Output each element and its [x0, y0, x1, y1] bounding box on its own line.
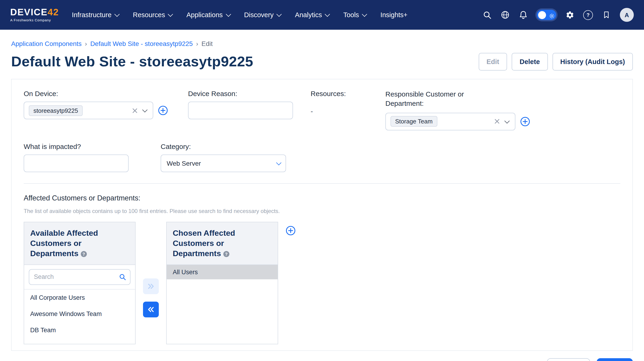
- history-audit-logs-button[interactable]: History (Audit Logs): [552, 53, 633, 70]
- toggle-knob: [538, 11, 546, 19]
- responsible-tag[interactable]: Storage Team: [390, 116, 437, 127]
- device-reason-field: Device Reason:: [188, 89, 310, 130]
- clear-icon[interactable]: [494, 119, 500, 124]
- form-row-1: On Device: storeeasytp9225 Device Rea: [24, 89, 620, 130]
- nav-tools[interactable]: Tools: [343, 11, 366, 18]
- move-left-button[interactable]: [143, 301, 159, 317]
- avatar[interactable]: A: [620, 8, 634, 22]
- theme-toggle[interactable]: [537, 10, 556, 20]
- device-reason-input[interactable]: [188, 102, 293, 119]
- section-divider: [24, 183, 620, 184]
- save-button[interactable]: Save: [597, 358, 633, 361]
- delete-button[interactable]: Delete: [512, 53, 548, 70]
- clear-icon[interactable]: [132, 108, 138, 113]
- form-footer: Cancel Save: [0, 351, 644, 361]
- breadcrumb-application-components[interactable]: Application Components: [11, 40, 82, 47]
- form-row-2: What is impacted? Category: Web Server: [24, 142, 620, 172]
- breadcrumb-component[interactable]: Default Web Site - storeeasytp9225: [90, 40, 193, 47]
- affected-transfer-widget: Available Affected Customers or Departme…: [24, 222, 620, 344]
- edit-form-card: On Device: storeeasytp9225 Device Rea: [11, 79, 633, 351]
- search-icon[interactable]: [482, 10, 492, 19]
- globe-icon[interactable]: [500, 10, 510, 19]
- top-navbar: DEVICE42 A Freshworks Company Infrastruc…: [0, 0, 644, 30]
- impacted-label: What is impacted?: [24, 142, 81, 150]
- available-panel-header: Available Affected Customers or Departme…: [24, 222, 135, 265]
- cancel-button[interactable]: Cancel: [547, 358, 590, 361]
- chevron-down-icon: [325, 11, 330, 17]
- device42-logo[interactable]: DEVICE42 A Freshworks Company: [10, 7, 59, 22]
- nav-analytics[interactable]: Analytics: [295, 11, 330, 18]
- category-value: Web Server: [167, 159, 201, 167]
- list-item[interactable]: Awesome Windows Team: [24, 306, 135, 322]
- available-panel-title: Available Affected Customers or Departme…: [30, 229, 98, 258]
- breadcrumb: Application Components › Default Web Sit…: [11, 40, 633, 47]
- sun-icon: [549, 12, 554, 20]
- header-actions: Edit Delete History (Audit Logs): [478, 53, 633, 70]
- nav-resources[interactable]: Resources: [133, 11, 172, 18]
- bell-icon[interactable]: [519, 10, 528, 19]
- resources-value: -: [310, 107, 313, 115]
- breadcrumb-edit: Edit: [202, 40, 213, 47]
- nav-infrastructure[interactable]: Infrastructure: [72, 11, 119, 18]
- logo-tagline: A Freshworks Company: [10, 18, 59, 22]
- breadcrumb-separator: ›: [85, 40, 87, 47]
- navbar-actions: A: [482, 8, 634, 22]
- help-badge-icon[interactable]: [81, 251, 87, 257]
- logo-text: DEVICE42: [10, 7, 59, 17]
- move-right-button[interactable]: [143, 278, 159, 294]
- on-device-tag[interactable]: storeeasytp9225: [29, 105, 83, 116]
- add-device-button[interactable]: [158, 105, 168, 115]
- nav-applications[interactable]: Applications: [186, 11, 230, 18]
- device42-app: DEVICE42 A Freshworks Company Infrastruc…: [0, 0, 644, 361]
- on-device-multiselect[interactable]: storeeasytp9225: [24, 102, 153, 119]
- impacted-input[interactable]: [24, 154, 128, 172]
- category-field: Category: Web Server: [161, 142, 620, 172]
- available-search-input[interactable]: [29, 269, 130, 285]
- help-icon[interactable]: [583, 10, 593, 20]
- page-title: Default Web Site - storeeasytp9225: [11, 53, 253, 70]
- bookmark-icon[interactable]: [602, 10, 611, 19]
- affected-heading: Affected Customers or Departments:: [24, 194, 620, 202]
- resources-field: Resources: -: [310, 89, 386, 130]
- chosen-panel-header: Chosen Affected Customers or Departments: [167, 222, 278, 265]
- list-item[interactable]: All Users: [167, 265, 278, 279]
- chevron-down-icon: [276, 11, 282, 17]
- responsible-label: Responsible Customer or Department:: [386, 89, 471, 108]
- on-device-field: On Device: storeeasytp9225: [24, 89, 188, 130]
- chevron-down-icon: [114, 11, 120, 17]
- responsible-field: Responsible Customer or Department: Stor…: [386, 89, 620, 130]
- chevron-down-icon[interactable]: [142, 107, 148, 112]
- main-nav: Infrastructure Resources Applications Di…: [72, 11, 408, 18]
- nav-discovery[interactable]: Discovery: [244, 11, 281, 18]
- chosen-panel: Chosen Affected Customers or Departments…: [166, 222, 278, 344]
- chosen-panel-body: All Users: [167, 265, 278, 344]
- list-item[interactable]: All Corporate Users: [24, 290, 135, 306]
- nav-insights[interactable]: Insights+: [380, 11, 408, 18]
- available-search-wrap: [24, 265, 135, 290]
- responsible-multiselect[interactable]: Storage Team: [386, 112, 516, 130]
- edit-button[interactable]: Edit: [478, 53, 507, 70]
- available-panel-body: All Corporate Users Awesome Windows Team…: [24, 265, 135, 344]
- chevron-down-icon[interactable]: [504, 118, 510, 123]
- breadcrumb-separator: ›: [196, 40, 198, 47]
- chevron-down-icon: [362, 11, 367, 17]
- list-item[interactable]: DB Team: [24, 322, 135, 338]
- on-device-label: On Device:: [24, 89, 58, 97]
- gear-icon[interactable]: [565, 10, 574, 19]
- help-badge-icon[interactable]: [223, 251, 229, 257]
- available-panel: Available Affected Customers or Departme…: [24, 222, 136, 344]
- impacted-field: What is impacted?: [24, 142, 161, 172]
- search-icon: [119, 273, 126, 283]
- chevron-down-icon: [168, 11, 174, 17]
- chevron-down-icon: [226, 11, 231, 17]
- add-affected-button[interactable]: [286, 225, 296, 236]
- resources-label: Resources:: [310, 89, 346, 97]
- device-reason-label: Device Reason:: [188, 89, 237, 97]
- category-label: Category:: [161, 142, 191, 150]
- page-header: Default Web Site - storeeasytp9225 Edit …: [11, 53, 633, 70]
- add-responsible-button[interactable]: [520, 116, 530, 126]
- category-select[interactable]: Web Server: [161, 154, 286, 172]
- affected-hint: The list of available objects contains u…: [24, 208, 620, 214]
- chevron-down-icon: [276, 160, 282, 165]
- transfer-buttons: [143, 278, 159, 317]
